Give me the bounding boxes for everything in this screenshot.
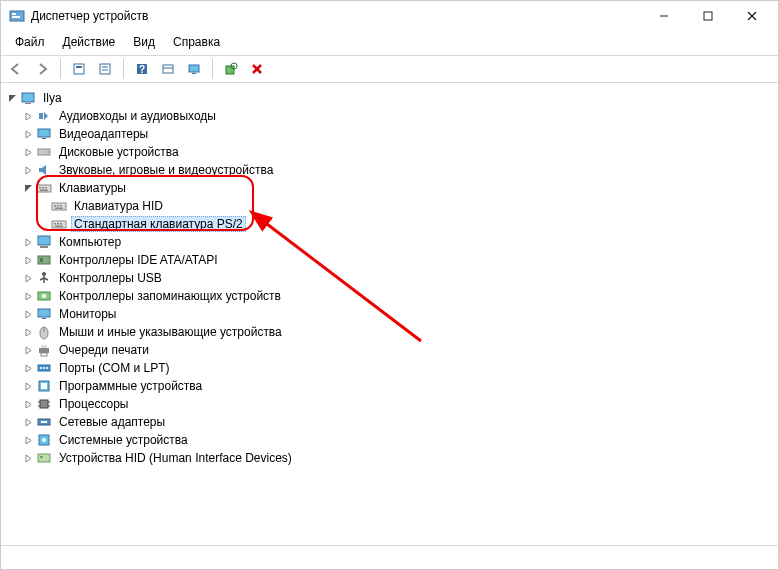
tree-category[interactable]: Очереди печати bbox=[5, 341, 774, 359]
svg-rect-24 bbox=[39, 113, 43, 119]
device-tree[interactable]: IlyaАудиовходы и аудиовыходыВидеоадаптер… bbox=[1, 83, 778, 544]
tree-category[interactable]: Дисковые устройства bbox=[5, 143, 774, 161]
collapse-icon[interactable] bbox=[5, 91, 19, 105]
tree-category-label: Процессоры bbox=[56, 396, 132, 412]
tree-category[interactable]: Сетевые адаптеры bbox=[5, 413, 774, 431]
keyboard-icon bbox=[51, 216, 67, 232]
tree-category[interactable]: Системные устройства bbox=[5, 431, 774, 449]
expand-icon[interactable] bbox=[21, 109, 35, 123]
properties-button[interactable] bbox=[94, 58, 116, 80]
title-area: Диспетчер устройств bbox=[5, 8, 642, 24]
svg-rect-47 bbox=[40, 258, 43, 262]
sound-icon bbox=[36, 162, 52, 178]
menu-file[interactable]: Файл bbox=[7, 33, 53, 51]
expand-icon[interactable] bbox=[21, 397, 35, 411]
expand-icon[interactable] bbox=[21, 451, 35, 465]
expand-icon[interactable] bbox=[21, 253, 35, 267]
expand-icon[interactable] bbox=[21, 433, 35, 447]
toolbar-separator bbox=[60, 59, 61, 79]
tree-category[interactable]: Мыши и иные указывающие устройства bbox=[5, 323, 774, 341]
tree-category[interactable]: Контроллеры USB bbox=[5, 269, 774, 287]
expand-icon[interactable] bbox=[21, 307, 35, 321]
tree-category[interactable]: Звуковые, игровые и видеоустройства bbox=[5, 161, 774, 179]
svg-rect-30 bbox=[39, 187, 41, 189]
list-view-button[interactable] bbox=[157, 58, 179, 80]
hid-icon bbox=[36, 450, 52, 466]
svg-rect-32 bbox=[45, 187, 47, 189]
monitor-icon bbox=[36, 306, 52, 322]
toolbar-separator bbox=[212, 59, 213, 79]
menu-action[interactable]: Действие bbox=[55, 33, 124, 51]
expand-icon[interactable] bbox=[21, 343, 35, 357]
tree-category[interactable]: Процессоры bbox=[5, 395, 774, 413]
svg-rect-31 bbox=[42, 187, 44, 189]
tree-category-label: Контроллеры USB bbox=[56, 270, 165, 286]
svg-rect-22 bbox=[22, 93, 34, 102]
tree-category[interactable]: Контроллеры запоминающих устройств bbox=[5, 287, 774, 305]
tree-category-label: Контроллеры IDE ATA/ATAPI bbox=[56, 252, 221, 268]
tree-category-label: Программные устройства bbox=[56, 378, 205, 394]
storage-icon bbox=[36, 288, 52, 304]
menu-view[interactable]: Вид bbox=[125, 33, 163, 51]
tree-category[interactable]: Видеоадаптеры bbox=[5, 125, 774, 143]
tree-device[interactable]: Клавиатура HID bbox=[5, 197, 774, 215]
tree-category-label: Устройства HID (Human Interface Devices) bbox=[56, 450, 295, 466]
svg-rect-66 bbox=[41, 383, 47, 389]
tree-category-label: Видеоадаптеры bbox=[56, 126, 151, 142]
svg-point-53 bbox=[42, 294, 46, 298]
audio-icon bbox=[36, 108, 52, 124]
scan-hardware-button[interactable] bbox=[220, 58, 242, 80]
monitor-button[interactable] bbox=[183, 58, 205, 80]
expand-icon[interactable] bbox=[21, 361, 35, 375]
svg-rect-23 bbox=[25, 103, 31, 104]
tree-category[interactable]: Программные устройства bbox=[5, 377, 774, 395]
expand-icon[interactable] bbox=[21, 289, 35, 303]
expand-icon[interactable] bbox=[21, 163, 35, 177]
tree-category[interactable]: Порты (COM и LPT) bbox=[5, 359, 774, 377]
computer-icon bbox=[20, 90, 36, 106]
maximize-button[interactable] bbox=[686, 1, 730, 31]
svg-rect-44 bbox=[38, 236, 50, 245]
forward-button[interactable] bbox=[31, 58, 53, 80]
show-hidden-button[interactable] bbox=[68, 58, 90, 80]
expand-icon[interactable] bbox=[21, 379, 35, 393]
expand-icon[interactable] bbox=[21, 235, 35, 249]
tree-category[interactable]: Устройства HID (Human Interface Devices) bbox=[5, 449, 774, 467]
app-icon bbox=[9, 8, 25, 24]
tree-category[interactable]: Клавиатуры bbox=[5, 179, 774, 197]
expand-icon[interactable] bbox=[21, 415, 35, 429]
help-button[interactable]: ? bbox=[131, 58, 153, 80]
menu-help[interactable]: Справка bbox=[165, 33, 228, 51]
uninstall-button[interactable] bbox=[246, 58, 268, 80]
svg-rect-76 bbox=[38, 454, 50, 462]
tree-category[interactable]: Аудиовходы и аудиовыходы bbox=[5, 107, 774, 125]
window-title: Диспетчер устройств bbox=[31, 9, 148, 23]
tree-category-label: Порты (COM и LPT) bbox=[56, 360, 173, 376]
expand-icon[interactable] bbox=[21, 127, 35, 141]
svg-rect-73 bbox=[41, 421, 47, 423]
tree-device-label: Стандартная клавиатура PS/2 bbox=[71, 216, 246, 232]
svg-rect-17 bbox=[192, 73, 196, 74]
expand-icon[interactable] bbox=[21, 271, 35, 285]
svg-rect-18 bbox=[226, 66, 234, 74]
tree-category-label: Мониторы bbox=[56, 306, 119, 322]
svg-point-63 bbox=[43, 367, 45, 369]
disk-icon bbox=[36, 144, 52, 160]
svg-rect-35 bbox=[54, 205, 56, 207]
mouse-icon bbox=[36, 324, 52, 340]
svg-point-28 bbox=[47, 151, 49, 153]
toolbar-separator bbox=[123, 59, 124, 79]
svg-rect-67 bbox=[40, 400, 48, 408]
tree-root[interactable]: Ilya bbox=[5, 89, 774, 107]
minimize-button[interactable] bbox=[642, 1, 686, 31]
tree-device[interactable]: Стандартная клавиатура PS/2 bbox=[5, 215, 774, 233]
expand-icon[interactable] bbox=[21, 325, 35, 339]
svg-rect-77 bbox=[40, 456, 43, 458]
collapse-icon[interactable] bbox=[21, 181, 35, 195]
close-button[interactable] bbox=[730, 1, 774, 31]
tree-category[interactable]: Компьютер bbox=[5, 233, 774, 251]
back-button[interactable] bbox=[5, 58, 27, 80]
tree-category[interactable]: Мониторы bbox=[5, 305, 774, 323]
tree-category[interactable]: Контроллеры IDE ATA/ATAPI bbox=[5, 251, 774, 269]
expand-icon[interactable] bbox=[21, 145, 35, 159]
